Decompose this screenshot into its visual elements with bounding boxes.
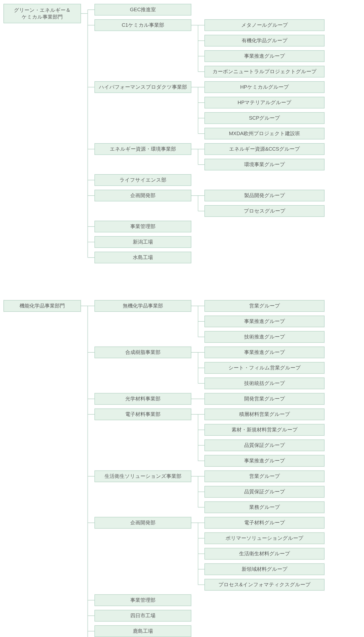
dept-planning-dev-2-group-3: 新領域材料グループ [204, 564, 324, 575]
org-chart: GEC推進室C1ケミカル事業部メタノールグループ有機化学品グループ事業推進グルー… [0, 0, 364, 637]
dept-high-performance-products-group-3: MXDA欧州プロジェクト建設班 [204, 128, 324, 140]
dept-planning-dev-2-group-0: 電子材料グループ [204, 517, 324, 528]
dept-high-performance-products-group-2: SCPグループ [204, 112, 324, 124]
dept-electronic-materials-group-2: 品質保証グループ [204, 440, 324, 451]
dept-c1-chemical: C1ケミカル事業部 [94, 19, 191, 31]
dept-energy-resources-env: エネルギー資源・環境事業部 [94, 143, 191, 155]
dept-synthetic-resin: 合成樹脂事業部 [94, 346, 191, 358]
dept-c1-chemical-group-3: カーボンニュートラルプロジェクトグループ [204, 66, 324, 78]
dept-high-performance-products-group-1: HPマテリアルグループ [204, 97, 324, 108]
dept-life-science: ライフサイエンス部 [94, 174, 191, 186]
dept-inorganic-chem: 無機化学品事業部 [94, 300, 191, 312]
dept-planning-dev-2-group-2: 生活衛生材料グループ [204, 548, 324, 560]
dept-electronic-materials-group-0: 積層材料営業グループ [204, 408, 324, 420]
dept-electronic-materials: 電子材料事業部 [94, 408, 191, 420]
dept-synthetic-resin-group-0: 事業推進グループ [204, 346, 324, 358]
dept-planning-dev-2-group-4: プロセス&インフォマティクスグループ [204, 579, 324, 590]
dept-optical-materials: 光学材料事業部 [94, 393, 191, 405]
dept-planning-dev-1-group-0: 製品開発グループ [204, 190, 324, 201]
dept-optical-materials-group-0: 開発営業グループ [204, 393, 324, 405]
dept-planning-dev-2-group-1: ポリマーソリューショングループ [204, 532, 324, 544]
dept-inorganic-chem-group-2: 技術推進グループ [204, 331, 324, 343]
dept-electronic-materials-group-1: 素材・新規材料営業グループ [204, 424, 324, 436]
dept-c1-chemical-group-1: 有機化学品グループ [204, 35, 324, 46]
dept-planning-dev-1: 企画開発部 [94, 190, 191, 201]
dept-planning-dev-2: 企画開発部 [94, 517, 191, 528]
sector-green-energy-chemical: グリーン・エネルギー＆ ケミカル事業部門 [4, 4, 81, 23]
dept-business-admin-1: 事業管理部 [94, 221, 191, 232]
dept-energy-resources-env-group-1: 環境事業グループ [204, 159, 324, 170]
dept-inorganic-chem-group-0: 営業グループ [204, 300, 324, 312]
dept-hygiene-solutions-group-0: 営業グループ [204, 470, 324, 482]
dept-gec-promotion: GEC推進室 [94, 4, 191, 16]
dept-business-admin-2: 事業管理部 [94, 594, 191, 606]
dept-mizushima-plant: 水島工場 [94, 252, 191, 263]
dept-inorganic-chem-group-1: 事業推進グループ [204, 316, 324, 327]
dept-high-performance-products-group-0: HPケミカルグループ [204, 81, 324, 93]
dept-planning-dev-1-group-1: プロセスグループ [204, 205, 324, 217]
sector-functional-chemicals: 機能化学品事業部門 [4, 300, 81, 312]
dept-energy-resources-env-group-0: エネルギー資源&CCSグループ [204, 143, 324, 155]
dept-hygiene-solutions-group-2: 業務グループ [204, 502, 324, 513]
dept-synthetic-resin-group-1: シート・フィルム営業グループ [204, 362, 324, 374]
dept-synthetic-resin-group-2: 技術統括グループ [204, 378, 324, 389]
dept-c1-chemical-group-2: 事業推進グループ [204, 50, 324, 62]
dept-hygiene-solutions: 生活衛生ソリューションズ事業部 [94, 470, 191, 482]
dept-high-performance-products: ハイパフォーマンスプロダクツ事業部 [94, 81, 191, 93]
dept-c1-chemical-group-0: メタノールグループ [204, 19, 324, 31]
dept-electronic-materials-group-3: 事業推進グループ [204, 455, 324, 466]
dept-kashima-plant: 鹿島工場 [94, 626, 191, 637]
dept-yokkaichi-plant: 四日市工場 [94, 610, 191, 622]
dept-hygiene-solutions-group-1: 品質保証グループ [204, 486, 324, 498]
dept-niigata-plant: 新潟工場 [94, 236, 191, 248]
